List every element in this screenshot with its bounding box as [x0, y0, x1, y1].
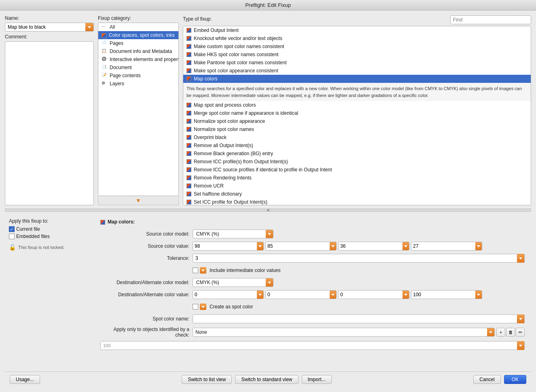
fixup-icon-pantone — [186, 60, 191, 65]
fixup-item-overprint-black[interactable]: Overprint black — [183, 133, 531, 141]
fixup-icon-remove-black — [186, 151, 191, 156]
source-color-model-select[interactable]: CMYK (%) — [193, 230, 273, 238]
dest-val-3-arrow[interactable] — [403, 290, 409, 299]
fixup-item-embed-output-intent[interactable]: Embed Output Intent — [183, 26, 531, 34]
tolerance-input[interactable] — [193, 255, 517, 261]
fixup-item-remove-icc-output[interactable]: Remove ICC profile(s) from Output Intent… — [183, 158, 531, 166]
source-val-3-arrow[interactable] — [403, 242, 409, 251]
fixup-item-spot-appearance[interactable]: Make spot color appearance consistent — [183, 67, 531, 75]
spot-color-name-input[interactable] — [193, 316, 517, 322]
create-spot-color-wrapper: Create as spot color — [193, 303, 253, 310]
comment-textarea[interactable] — [5, 41, 94, 205]
source-val-2-wrapper — [265, 242, 337, 251]
source-val-2[interactable] — [266, 243, 330, 249]
include-intermediate-checkbox[interactable] — [193, 268, 198, 273]
source-val-1-arrow[interactable] — [257, 242, 263, 251]
fixup-item-knockout[interactable]: Knockout white vector and/or text object… — [183, 34, 531, 42]
fixup-item-pantone[interactable]: Make Pantone spot color names consistent — [183, 59, 531, 67]
dest-val-3[interactable] — [339, 292, 403, 297]
category-item-interactive[interactable]: 🔘 Interactive elements and propertie... — [98, 55, 178, 63]
fixup-icon-spot-appearance — [186, 68, 191, 73]
apply-delete-btn[interactable]: 🗑 — [506, 328, 515, 337]
dest-val-4[interactable] — [411, 292, 475, 297]
tolerance-arrow[interactable] — [517, 254, 524, 263]
include-intermediate-dropdown[interactable] — [200, 267, 206, 274]
category-item-page-contents[interactable]: 📝 Page contents — [98, 72, 178, 80]
fixup-icon-overprint — [186, 135, 191, 140]
source-val-4-arrow[interactable] — [475, 242, 482, 251]
doc-info-icon: 📋 — [102, 48, 107, 54]
source-val-4[interactable] — [411, 243, 475, 249]
source-val-1[interactable] — [193, 243, 257, 249]
fixup-item-set-icc-output[interactable]: Set ICC profile for Output Intent(s) — [183, 198, 531, 205]
category-item-pages[interactable]: 📄 Pages — [98, 39, 178, 47]
category-item-layers[interactable]: ⚙ Layers — [98, 80, 178, 88]
usage-button[interactable]: Usage... — [10, 375, 40, 384]
source-val-3-wrapper — [338, 242, 409, 251]
fixup-icon-remove-icc-output — [186, 159, 191, 164]
category-item-document[interactable]: 📑 Document — [98, 63, 178, 72]
current-file-checkbox[interactable] — [9, 226, 15, 232]
create-spot-color-checkbox[interactable] — [193, 304, 198, 310]
page-icon: 📄 — [102, 40, 107, 46]
ok-button[interactable]: OK — [504, 375, 526, 384]
switch-to-standard-button[interactable]: Switch to standard view — [235, 375, 298, 384]
dest-val-2-arrow[interactable] — [330, 290, 336, 299]
fixup-icon-normalize-appearance — [186, 119, 191, 124]
color-icon — [102, 33, 106, 38]
embedded-files-checkbox[interactable] — [9, 234, 15, 239]
apply-only-select[interactable]: None — [193, 328, 495, 337]
source-color-model-arrow[interactable] — [266, 230, 273, 238]
dest-val-2[interactable] — [266, 292, 330, 297]
name-input[interactable] — [5, 23, 85, 31]
title-bar: Preflight: Edit Fixup — [0, 0, 536, 11]
fixup-item-map-colors[interactable]: Map colors — [183, 75, 531, 83]
name-dropdown-btn[interactable] — [85, 23, 93, 31]
apply-add-btn[interactable]: + — [496, 328, 505, 337]
dest-color-model-select[interactable]: CMYK (%) — [193, 278, 273, 287]
dest-val-1-arrow[interactable] — [257, 290, 263, 299]
category-item-color-spaces[interactable]: Color spaces, spot colors, inks — [98, 31, 178, 39]
fixup-item-remove-black-gen[interactable]: Remove Black generation (BG) entry — [183, 150, 531, 158]
fixup-item-remove-output-intent[interactable]: Remove all Output Intent(s) — [183, 141, 531, 150]
progress-row: 100 — [100, 341, 525, 350]
apply-only-row: Apply only to objects identified by a ch… — [100, 327, 525, 338]
import-button[interactable]: Import... — [302, 375, 332, 384]
section-icon — [100, 220, 105, 225]
fixup-item-remove-ucr[interactable]: Remove UCR — [183, 182, 531, 190]
footer-center: Switch to list view Switch to standard v… — [182, 375, 331, 384]
category-scroll-down[interactable]: ▼ — [136, 197, 141, 204]
fixup-item-normalize-spot-names[interactable]: Normalize spot color names — [183, 125, 531, 133]
tolerance-label: Tolerance: — [100, 255, 189, 261]
fixup-item-merge-spot[interactable]: Merge spot color name if appearance is i… — [183, 109, 531, 117]
find-input[interactable] — [450, 15, 531, 24]
fixup-item-remove-icc-source[interactable]: Remove ICC source profiles if identical … — [183, 166, 531, 174]
create-spot-dropdown[interactable] — [200, 303, 206, 310]
spot-color-name-arrow[interactable] — [517, 314, 524, 323]
fixup-item-custom-spot[interactable]: Make custom spot color names consistent — [183, 42, 531, 51]
lock-notice-text: This fixup is not locked. — [18, 245, 64, 250]
source-val-2-arrow[interactable] — [330, 242, 336, 251]
splitter[interactable] — [5, 209, 531, 212]
apply-only-arrow[interactable] — [487, 328, 494, 337]
fixup-item-set-halftone[interactable]: Set halftone dictionary — [183, 190, 531, 198]
cancel-button[interactable]: Cancel — [473, 375, 500, 384]
apply-only-label: Apply only to objects identified by a ch… — [100, 327, 189, 338]
source-val-3[interactable] — [339, 243, 403, 249]
apply-edit-btn[interactable]: ✏ — [516, 328, 525, 337]
category-item-doc-info[interactable]: 📋 Document info and Metadata — [98, 47, 178, 55]
fixup-item-normalize-spot-appearance[interactable]: Normalize spot color appearance — [183, 117, 531, 125]
fixup-category-label: Fixup category: — [98, 15, 179, 21]
dest-val-4-arrow[interactable] — [475, 290, 482, 299]
progress-arrow[interactable] — [517, 341, 524, 350]
fixup-item-remove-rendering[interactable]: Remove Rendering Intents — [183, 174, 531, 182]
source-color-value-row: Source color value: — [100, 242, 525, 251]
apply-only-wrapper: None + 🗑 ✏ — [193, 328, 525, 337]
fixup-icon-hks — [186, 52, 191, 57]
dest-color-model-arrow[interactable] — [266, 278, 273, 287]
switch-to-list-button[interactable]: Switch to list view — [182, 375, 232, 384]
category-item-all[interactable]: ··· All — [98, 23, 178, 31]
fixup-item-map-spot-process[interactable]: Map spot and process colors — [183, 101, 531, 109]
dest-val-1[interactable] — [193, 292, 257, 297]
fixup-item-hks[interactable]: Make HKS spot color names consistent — [183, 51, 531, 59]
